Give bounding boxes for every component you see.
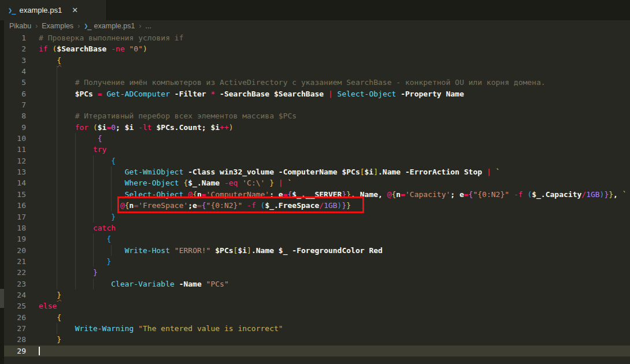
line-number[interactable]: 13 bbox=[0, 166, 39, 177]
code-token: @ bbox=[188, 190, 192, 199]
code-line[interactable]: 15 Select-Object @{n='ComputerName'; e={… bbox=[0, 189, 630, 200]
line-number[interactable]: 11 bbox=[0, 144, 39, 155]
code-line[interactable]: 10 { bbox=[0, 133, 630, 144]
indent-guide bbox=[75, 144, 76, 155]
code-token: $PCs.Count; $i bbox=[152, 123, 220, 132]
line-number[interactable]: 28 bbox=[0, 334, 39, 345]
indent-guide bbox=[57, 155, 57, 166]
line-number[interactable]: 25 bbox=[0, 300, 39, 311]
indent-guide bbox=[75, 189, 76, 200]
indent-guide bbox=[57, 189, 57, 200]
line-number[interactable]: 9 bbox=[0, 122, 39, 133]
breadcrumb-item-examples[interactable]: Examples bbox=[42, 22, 73, 30]
breadcrumb-item-file[interactable]: ❯_ example.ps1 bbox=[84, 22, 135, 30]
line-content: { bbox=[39, 55, 630, 66]
indent-guide bbox=[75, 222, 76, 233]
code-line[interactable]: 20 Write-Host "ERROR!" $PCs[$i].Name $_ … bbox=[0, 245, 630, 256]
code-line[interactable]: 24 } bbox=[0, 289, 630, 300]
indent-guide bbox=[75, 233, 76, 244]
code-line[interactable]: 22 } bbox=[0, 267, 630, 278]
code-line[interactable]: 18 catch bbox=[0, 222, 630, 233]
close-icon[interactable]: ✕ bbox=[72, 6, 78, 14]
line-number[interactable]: 27 bbox=[0, 323, 39, 334]
line-number[interactable]: 18 bbox=[0, 222, 39, 233]
code-token: # Итеративный перебор всех элементов мас… bbox=[75, 112, 297, 120]
code-line[interactable]: 26 { bbox=[0, 312, 630, 323]
code-line[interactable]: 9 for ($i=0; $i -lt $PCs.Count; $i++) bbox=[0, 122, 630, 133]
code-line[interactable]: 17 } bbox=[0, 211, 630, 222]
line-number[interactable]: 6 bbox=[0, 88, 39, 99]
indent-guide bbox=[93, 245, 94, 256]
code-token: ) bbox=[229, 123, 234, 132]
code-line[interactable]: 19 { bbox=[0, 233, 630, 244]
code-token: = bbox=[197, 201, 202, 210]
line-number[interactable]: 4 bbox=[0, 66, 39, 77]
code-token: try bbox=[93, 145, 106, 154]
code-token: -ne bbox=[111, 44, 124, 53]
line-number[interactable]: 21 bbox=[0, 256, 39, 267]
indent-guide bbox=[57, 66, 57, 77]
breadcrumb-item-pikabu[interactable]: Pikabu bbox=[9, 22, 31, 30]
line-number[interactable]: 1 bbox=[0, 32, 39, 43]
indent-guide bbox=[75, 211, 76, 222]
code-token: , Name, bbox=[351, 190, 387, 199]
line-number[interactable]: 2 bbox=[0, 43, 39, 54]
code-line[interactable]: 5 # Получение имён компьютеров из Active… bbox=[0, 77, 630, 88]
line-number[interactable]: 8 bbox=[0, 110, 39, 121]
code-token: $_.Name bbox=[188, 179, 224, 187]
line-number[interactable]: 22 bbox=[0, 267, 39, 278]
indent-guide bbox=[111, 177, 112, 188]
code-line[interactable]: 21 } bbox=[0, 256, 630, 267]
code-line[interactable]: 14 Where-Object {$_.Name -eq 'C:\' } | ` bbox=[0, 177, 630, 188]
code-line[interactable]: 13 Get-WmiObject -Class win32_volume -Co… bbox=[0, 166, 630, 177]
line-number[interactable]: 29 bbox=[0, 346, 39, 356]
line-number[interactable]: 19 bbox=[0, 233, 39, 244]
code-line[interactable]: 16 @{n='FreeSpace';e={"{0:N2}" -f ($_.Fr… bbox=[0, 200, 630, 211]
line-number[interactable]: 14 bbox=[0, 177, 39, 188]
code-token: Clear-Variable bbox=[111, 280, 175, 288]
code-line[interactable]: 8 # Итеративный перебор всех элементов м… bbox=[0, 110, 630, 121]
line-number[interactable]: 10 bbox=[0, 133, 39, 144]
code-token: "{0:N2}" bbox=[473, 190, 509, 199]
line-number[interactable]: 20 bbox=[0, 245, 39, 256]
code-token: .Name -ErrorAction Stop bbox=[378, 168, 487, 176]
code-line[interactable]: 2if ($SearchBase -ne "0") bbox=[0, 43, 630, 54]
indent-guide bbox=[57, 144, 57, 155]
code-token: $_.__SERVER bbox=[292, 190, 342, 199]
code-line[interactable]: 28 } bbox=[0, 334, 630, 345]
code-line[interactable]: 23 Clear-Variable -Name "PCs" bbox=[0, 278, 630, 289]
code-line[interactable]: 27 Write-Warning "The entered value is i… bbox=[0, 323, 630, 334]
code-token: } bbox=[269, 179, 274, 187]
code-line[interactable]: 4 bbox=[0, 66, 630, 77]
indent-guide bbox=[75, 177, 76, 188]
line-number[interactable]: 12 bbox=[0, 155, 39, 166]
tab-example-ps1[interactable]: ❯_ example.ps1 ✕ bbox=[0, 0, 107, 20]
indent-guide bbox=[57, 256, 57, 267]
line-number[interactable]: 23 bbox=[0, 278, 39, 289]
code-line[interactable]: 29 bbox=[0, 346, 630, 356]
code-line[interactable]: 25else bbox=[0, 300, 630, 311]
line-number[interactable]: 15 bbox=[0, 189, 39, 200]
code-token: ( bbox=[93, 123, 98, 132]
line-number[interactable]: 17 bbox=[0, 211, 39, 222]
code-token: $SearchBase bbox=[57, 44, 111, 53]
code-token: { bbox=[57, 313, 61, 322]
line-number[interactable]: 3 bbox=[0, 55, 39, 66]
code-line[interactable]: 3 { bbox=[0, 55, 630, 66]
code-line[interactable]: 7 bbox=[0, 99, 630, 110]
line-number[interactable]: 7 bbox=[0, 99, 39, 110]
left-gutter-strip bbox=[0, 20, 4, 364]
code-token: -eq bbox=[224, 179, 238, 187]
breadcrumb-item-symbol[interactable]: ... bbox=[145, 22, 151, 30]
code-token: [ bbox=[360, 168, 365, 176]
code-line[interactable]: 1# Проверка выполнения условия if bbox=[0, 32, 630, 43]
line-number[interactable]: 24 bbox=[0, 289, 39, 300]
line-number[interactable]: 5 bbox=[0, 77, 39, 88]
code-line[interactable]: 12 { bbox=[0, 155, 630, 166]
code-line[interactable]: 6 $PCs = Get-ADComputer -Filter * -Searc… bbox=[0, 88, 630, 99]
line-number[interactable]: 16 bbox=[0, 200, 39, 211]
code-editor[interactable]: 1# Проверка выполнения условия if2if ($S… bbox=[0, 32, 630, 364]
line-number[interactable]: 26 bbox=[0, 312, 39, 323]
code-token: } bbox=[93, 268, 98, 277]
code-line[interactable]: 11 try bbox=[0, 144, 630, 155]
